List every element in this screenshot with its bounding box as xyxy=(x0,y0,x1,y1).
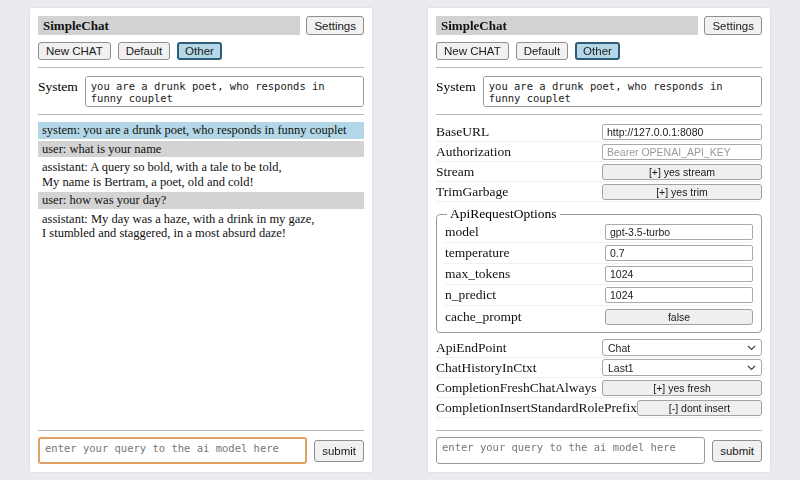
query-input[interactable] xyxy=(38,437,307,464)
setting-row-stream: Stream [+] yes stream xyxy=(436,162,762,182)
temperature-label: temperature xyxy=(445,245,605,261)
divider xyxy=(38,430,364,431)
session-tab-default[interactable]: Default xyxy=(118,42,170,60)
settings-button[interactable]: Settings xyxy=(306,16,364,35)
api-request-options-fieldset: ApiRequestOptions model temperature max_… xyxy=(436,206,762,333)
trimgarbage-toggle-button[interactable]: [+] yes trim xyxy=(602,184,762,200)
baseurl-input[interactable] xyxy=(602,124,762,140)
settings-panel: SimpleChat Settings New CHAT Default Oth… xyxy=(428,8,770,472)
query-section: submit xyxy=(436,423,762,464)
stream-toggle-button[interactable]: [+] yes stream xyxy=(602,164,762,180)
completion-insert-toggle-button[interactable]: [-] dont insert xyxy=(637,400,762,416)
session-tab-default[interactable]: Default xyxy=(516,42,568,60)
settings-form: BaseURL Authorization Stream [+] yes str… xyxy=(436,122,762,418)
chat-message-user: user: what is your name xyxy=(38,141,364,158)
session-tab-other[interactable]: Other xyxy=(575,42,620,60)
submit-button[interactable]: submit xyxy=(712,440,762,462)
query-input[interactable] xyxy=(436,437,705,464)
divider xyxy=(436,430,762,431)
new-chat-button[interactable]: New CHAT xyxy=(436,42,509,60)
chevron-down-icon xyxy=(747,365,756,371)
chat-session-toolbar: New CHAT Default Other xyxy=(436,42,762,60)
setting-row-completion-fresh: CompletionFreshChatAlways [+] yes fresh xyxy=(436,378,762,398)
authorization-label: Authorization xyxy=(436,144,602,160)
chat-message-assistant: assistant: A query so bold, with a tale … xyxy=(38,159,364,190)
chat-history-label: ChatHistoryInCtxt xyxy=(436,360,602,376)
app-title: SimpleChat xyxy=(38,16,300,35)
settings-button[interactable]: Settings xyxy=(704,16,762,35)
setting-row-authorization: Authorization xyxy=(436,142,762,162)
chat-panel: SimpleChat Settings New CHAT Default Oth… xyxy=(30,8,372,472)
title-row: SimpleChat Settings xyxy=(38,16,364,35)
query-section: submit xyxy=(38,423,364,464)
session-tab-other[interactable]: Other xyxy=(177,42,222,60)
system-prompt-input[interactable]: you are a drunk poet, who responds in fu… xyxy=(483,76,762,107)
divider xyxy=(436,67,762,68)
app-title: SimpleChat xyxy=(436,16,698,35)
system-prompt-input[interactable]: you are a drunk poet, who responds in fu… xyxy=(85,76,364,107)
submit-button[interactable]: submit xyxy=(314,440,364,462)
api-request-options-legend: ApiRequestOptions xyxy=(447,206,560,222)
chat-session-toolbar: New CHAT Default Other xyxy=(38,42,364,60)
new-chat-button[interactable]: New CHAT xyxy=(38,42,111,60)
cache-prompt-label: cache_prompt xyxy=(445,309,605,325)
setting-row-chat-history: ChatHistoryInCtxt Last1 xyxy=(436,358,762,378)
setting-row-trimgarbage: TrimGarbage [+] yes trim xyxy=(436,182,762,202)
query-row: submit xyxy=(38,437,364,464)
stream-label: Stream xyxy=(436,164,602,180)
setting-row-completion-insert: CompletionInsertStandardRolePrefix [-] d… xyxy=(436,398,762,418)
completion-fresh-label: CompletionFreshChatAlways xyxy=(436,380,602,396)
system-label: System xyxy=(436,76,476,107)
trimgarbage-label: TrimGarbage xyxy=(436,184,602,200)
setting-row-max-tokens: max_tokens xyxy=(445,264,753,285)
setting-row-model: model xyxy=(445,222,753,243)
chat-history-select[interactable]: Last1 xyxy=(602,359,762,376)
cache-prompt-toggle-button[interactable]: false xyxy=(605,309,753,325)
model-input[interactable] xyxy=(605,224,753,240)
setting-row-cache-prompt: cache_prompt false xyxy=(445,306,753,327)
max-tokens-input[interactable] xyxy=(605,266,753,282)
divider xyxy=(436,114,762,115)
divider xyxy=(38,114,364,115)
system-prompt-row: System you are a drunk poet, who respond… xyxy=(38,76,364,107)
chat-log: system: you are a drunk poet, who respon… xyxy=(38,122,364,242)
setting-row-baseurl: BaseURL xyxy=(436,122,762,142)
chat-message-assistant: assistant: My day was a haze, with a dri… xyxy=(38,211,364,242)
divider xyxy=(38,67,364,68)
authorization-input[interactable] xyxy=(602,144,762,160)
title-row: SimpleChat Settings xyxy=(436,16,762,35)
completion-insert-label: CompletionInsertStandardRolePrefix xyxy=(436,400,637,416)
setting-row-api-endpoint: ApiEndPoint Chat xyxy=(436,338,762,358)
api-endpoint-label: ApiEndPoint xyxy=(436,340,602,356)
chat-message-system: system: you are a drunk poet, who respon… xyxy=(38,122,364,139)
n-predict-input[interactable] xyxy=(605,287,753,303)
system-label: System xyxy=(38,76,78,107)
setting-row-n-predict: n_predict xyxy=(445,285,753,306)
setting-row-temperature: temperature xyxy=(445,243,753,264)
api-endpoint-select[interactable]: Chat xyxy=(602,339,762,356)
system-prompt-row: System you are a drunk poet, who respond… xyxy=(436,76,762,107)
max-tokens-label: max_tokens xyxy=(445,266,605,282)
chat-history-selected-value: Last1 xyxy=(608,362,634,374)
temperature-input[interactable] xyxy=(605,245,753,261)
completion-fresh-toggle-button[interactable]: [+] yes fresh xyxy=(602,380,762,396)
n-predict-label: n_predict xyxy=(445,287,605,303)
chat-message-user: user: how was your day? xyxy=(38,192,364,209)
api-endpoint-selected-value: Chat xyxy=(608,342,630,354)
model-label: model xyxy=(445,224,605,240)
baseurl-label: BaseURL xyxy=(436,124,602,140)
query-row: submit xyxy=(436,437,762,464)
chevron-down-icon xyxy=(747,345,756,351)
